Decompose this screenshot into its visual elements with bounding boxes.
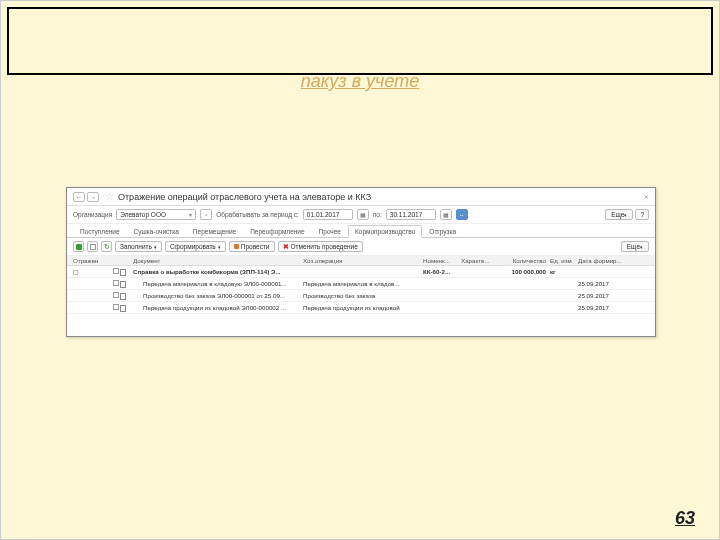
cell-doc: Передача материалов в кладовую ЭЛ00-0000… bbox=[133, 280, 303, 287]
col-date: Дата формир... bbox=[578, 257, 628, 264]
tab-sushka[interactable]: Сушка-очистка bbox=[127, 225, 186, 238]
row-checkbox[interactable] bbox=[113, 292, 119, 298]
col-nom: Номенк... bbox=[423, 257, 461, 264]
row-checkbox[interactable] bbox=[113, 268, 119, 274]
tab-pereoformlenie[interactable]: Переоформление bbox=[243, 225, 311, 238]
cancel-post-button[interactable]: ✖Отменить проведение bbox=[278, 241, 363, 252]
po-label: по: bbox=[373, 211, 382, 218]
row-checkbox[interactable] bbox=[113, 280, 119, 286]
titlebar: ← → ☆ Отражение операций отраслевого уче… bbox=[67, 188, 655, 206]
fill-button[interactable]: Заполнить ▾ bbox=[115, 241, 162, 252]
cell-doc: Справка о выработке комбикорма (ЗПП-114)… bbox=[133, 268, 303, 275]
refresh-icon: ↻ bbox=[104, 243, 110, 251]
post-icon bbox=[234, 244, 239, 249]
tab-otgruzka[interactable]: Отгрузка bbox=[422, 225, 463, 238]
refresh-button[interactable]: ↻ bbox=[101, 241, 112, 252]
document-icon bbox=[120, 281, 126, 288]
cell-qty: 100 000,000 bbox=[495, 268, 550, 275]
period-apply-button[interactable]: ↔ bbox=[456, 209, 468, 220]
nav-buttons: ← → bbox=[73, 192, 99, 202]
col-unit: Ед. изм bbox=[550, 257, 578, 264]
header-banner bbox=[7, 7, 713, 75]
more-button-2[interactable]: Еще ▾ bbox=[621, 241, 649, 252]
grid-body: ▢ Справка о выработке комбикорма (ЗПП-11… bbox=[67, 266, 655, 314]
row-checkbox[interactable] bbox=[113, 304, 119, 310]
document-icon bbox=[120, 305, 126, 312]
table-row[interactable]: Передача материалов в кладовую ЭЛ00-0000… bbox=[67, 278, 655, 290]
check-icon bbox=[76, 244, 82, 250]
period-label: Обрабатывать за период с: bbox=[216, 211, 299, 218]
org-label: Организация bbox=[73, 211, 112, 218]
post-button[interactable]: Провести bbox=[229, 241, 275, 252]
cell-date: 25.09.2017 bbox=[578, 280, 628, 287]
favorite-icon[interactable]: ☆ bbox=[105, 191, 114, 202]
more-button-1[interactable]: Еще ▾ bbox=[605, 209, 633, 220]
grid-header: Отражен Документ Хоз.операция Номенк... … bbox=[67, 256, 655, 266]
uncheck-all-button[interactable] bbox=[87, 241, 98, 252]
date-to-field[interactable]: 30.11.2017 bbox=[386, 209, 436, 220]
cell-date: 25.09.2017 bbox=[578, 304, 628, 311]
calendar-from-icon[interactable]: ▦ bbox=[357, 209, 369, 220]
app-window: ← → ☆ Отражение операций отраслевого уче… bbox=[66, 187, 656, 337]
table-row[interactable]: Производство без заказа ЭЛ00-000001 от 2… bbox=[67, 290, 655, 302]
calendar-to-icon[interactable]: ▦ bbox=[440, 209, 452, 220]
subtitle: пакуз в учете bbox=[1, 71, 719, 92]
tab-kormoprod[interactable]: Кормопроизводство bbox=[348, 225, 422, 238]
chevron-down-icon: ▾ bbox=[189, 211, 192, 218]
close-icon[interactable]: × bbox=[644, 192, 649, 202]
table-row[interactable]: Передача продукции из кладовой ЭЛ00-0000… bbox=[67, 302, 655, 314]
toolbar: ↻ Заполнить ▾ Сформировать ▾ Провести ✖О… bbox=[67, 238, 655, 256]
tab-peremeshenie[interactable]: Перемещение bbox=[186, 225, 243, 238]
form-button[interactable]: Сформировать ▾ bbox=[165, 241, 226, 252]
help-button[interactable]: ? bbox=[635, 209, 649, 220]
tab-prochee[interactable]: Прочее bbox=[312, 225, 348, 238]
window-title: Отражение операций отраслевого учета на … bbox=[118, 192, 371, 202]
col-char: Характе... bbox=[461, 257, 495, 264]
col-doc: Документ bbox=[133, 257, 303, 264]
org-field[interactable]: Элеватор ООО ▾ bbox=[116, 209, 196, 220]
col-qty: Количество bbox=[495, 257, 550, 264]
cell-unit: кг bbox=[550, 268, 578, 275]
filter-row: Организация Элеватор ООО ▾ ▫ Обрабатыват… bbox=[67, 206, 655, 224]
forward-button[interactable]: → bbox=[87, 192, 99, 202]
uncheck-icon bbox=[90, 244, 96, 250]
cell-nom: КК-60-2... bbox=[423, 268, 461, 275]
col-flag: Отражен bbox=[73, 257, 113, 264]
cell-doc: Производство без заказа ЭЛ00-000001 от 2… bbox=[133, 292, 303, 299]
check-all-button[interactable] bbox=[73, 241, 84, 252]
org-value: Элеватор ООО bbox=[120, 211, 166, 218]
col-check bbox=[113, 257, 133, 264]
cancel-icon: ✖ bbox=[283, 243, 289, 251]
date-from-field[interactable]: 01.01.2017 bbox=[303, 209, 353, 220]
cell-op: Передача продукции из кладовой bbox=[303, 304, 423, 311]
back-button[interactable]: ← bbox=[73, 192, 85, 202]
cell-date: 25.09.2017 bbox=[578, 292, 628, 299]
cell-op: Производство без заказа bbox=[303, 292, 423, 299]
cell-op: Передача материалов в кладов... bbox=[303, 280, 423, 287]
org-select-button[interactable]: ▫ bbox=[200, 209, 212, 220]
page-number: 63 bbox=[675, 508, 695, 529]
table-row[interactable]: ▢ Справка о выработке комбикорма (ЗПП-11… bbox=[67, 266, 655, 278]
tabs: Поступление Сушка-очистка Перемещение Пе… bbox=[67, 224, 655, 238]
col-op: Хоз.операция bbox=[303, 257, 423, 264]
document-icon bbox=[120, 293, 126, 300]
cell-doc: Передача продукции из кладовой ЭЛ00-0000… bbox=[133, 304, 303, 311]
document-icon bbox=[120, 269, 126, 276]
tab-postuplenie[interactable]: Поступление bbox=[73, 225, 127, 238]
